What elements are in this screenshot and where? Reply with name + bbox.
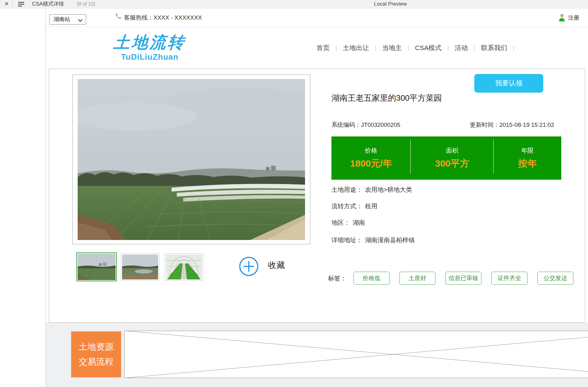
stat-price: 价格 1800元/年 xyxy=(331,136,411,180)
stat-area-label: 面积 xyxy=(446,146,458,155)
farmland-photo xyxy=(78,79,305,240)
nav-item-land-transfer[interactable]: 土地出让 xyxy=(342,44,370,52)
detail-transfer-mode-label: 流转方式： xyxy=(331,203,362,210)
artboard-title: CSA模式详情 xyxy=(32,0,64,8)
register-link[interactable]: 注册 xyxy=(568,8,579,27)
stat-price-label: 价格 xyxy=(365,146,377,155)
system-code-label: 系统编码： xyxy=(331,122,361,128)
process-title-line2: 交易流程 xyxy=(71,356,121,368)
detail-address-label: 详细地址： xyxy=(331,237,362,243)
stat-area: 面积 300平方 xyxy=(411,136,494,180)
favorite-button[interactable] xyxy=(239,256,259,277)
nav-item-csa-mode[interactable]: CSA模式 xyxy=(414,44,442,52)
chrome-divider xyxy=(12,0,13,8)
site-logo[interactable]: 土地流转 xyxy=(110,32,189,53)
detail-transfer-mode-value: 租用 xyxy=(365,203,377,210)
tag-documents-complete[interactable]: 证件齐全 xyxy=(491,272,527,285)
stats-banner: 价格 1800元/年 面积 300平方 年限 按年 xyxy=(331,136,561,180)
nav-separator: | xyxy=(408,45,409,51)
process-title-line1: 土地资源 xyxy=(71,341,121,353)
detail-address: 详细地址：湖南潼南县柏梓镇 xyxy=(331,236,415,244)
favorite-label: 收藏 xyxy=(268,260,285,271)
system-code-value: JT0032000205 xyxy=(361,122,400,128)
tags-row: 标签： 价格低 土质好 信息已审核 证件齐全 公交发达 xyxy=(328,272,573,285)
nav-item-contact[interactable]: 联系我们 xyxy=(481,44,508,52)
stat-area-value: 300平方 xyxy=(435,157,469,170)
nav-item-landlord[interactable]: 当地主 xyxy=(381,44,402,52)
nav-separator: | xyxy=(447,45,449,51)
phone-icon xyxy=(115,13,122,20)
process-section: 土地资源 交易流程 xyxy=(46,323,588,387)
stat-term-value: 按年 xyxy=(518,157,537,170)
station-select[interactable]: 湖南站 xyxy=(49,14,86,25)
detail-land-use-label: 土地用途： xyxy=(331,186,362,193)
nav-separator: | xyxy=(474,45,475,51)
thumbnail-2[interactable] xyxy=(121,253,159,281)
site-logo-pinyin: TuDiLiuZhuan xyxy=(111,52,189,62)
nav-item-activity[interactable]: 活动 xyxy=(454,44,468,52)
user-avatar-icon xyxy=(558,14,566,22)
listing-title: 湖南王老五家里的300平方菜园 xyxy=(331,93,442,104)
page-content: 湖南站 客服热线：XXXX - XXXXXXX 注册 土地流转 TuDiLiuZ… xyxy=(46,8,588,387)
preview-title-bar: ✕ CSA模式详情 (9 of 10) Local Preview xyxy=(0,0,588,8)
detail-transfer-mode: 流转方式：租用 xyxy=(331,202,377,210)
detail-region-label: 地区： xyxy=(331,219,350,226)
tag-good-transit[interactable]: 公交发达 xyxy=(537,272,573,285)
tag-good-soil[interactable]: 土质好 xyxy=(399,272,435,285)
updated-time: 更新时间：2015-08-19 15:21:02 xyxy=(470,121,554,129)
page-left-border xyxy=(45,8,46,387)
detail-land-use-value: 农用地>耕地大类 xyxy=(365,186,412,193)
nav-separator: | xyxy=(375,45,376,51)
detail-region: 地区：湖南 xyxy=(331,219,365,227)
detail-land-use: 土地用途：农用地>耕地大类 xyxy=(331,186,412,194)
utility-bar: 湖南站 客服热线：XXXX - XXXXXXX 注册 xyxy=(46,8,588,27)
nav-separator: | xyxy=(335,45,337,51)
listing-card: 收藏 我要认领 湖南王老五家里的300平方菜园 系统编码：JT003200020… xyxy=(49,69,585,323)
image-placeholder xyxy=(124,331,588,378)
detail-region-value: 湖南 xyxy=(353,219,365,226)
nav-item-home[interactable]: 首页 xyxy=(316,44,330,52)
hotline-value: XXXX - XXXXXXX xyxy=(153,14,202,21)
page-indicator: (9 of 10) xyxy=(77,0,95,8)
tags-label: 标签： xyxy=(328,274,347,283)
hotline: 客服热线：XXXX - XXXXXXX xyxy=(124,8,202,27)
thumbnail-1-selected[interactable] xyxy=(76,252,117,281)
stat-term-label: 年限 xyxy=(521,146,534,155)
stat-price-value: 1800元/年 xyxy=(350,157,392,170)
preview-mode-label: Local Preview xyxy=(374,0,407,8)
detail-address-value: 湖南潼南县柏梓镇 xyxy=(365,237,415,243)
stat-term: 年限 按年 xyxy=(494,136,561,180)
tag-low-price[interactable]: 价格低 xyxy=(353,272,390,285)
hotline-label: 客服热线： xyxy=(124,14,153,21)
thumbnail-3[interactable] xyxy=(165,253,203,281)
site-header: 土地流转 TuDiLiuZhuan 首页| 土地出让| 当地主| CSA模式| … xyxy=(46,27,588,69)
station-select-value: 湖南站 xyxy=(53,15,70,24)
tag-info-verified[interactable]: 信息已审核 xyxy=(445,272,481,285)
main-nav: 首页| 土地出让| 当地主| CSA模式| 活动| 联系我们| xyxy=(316,43,520,53)
claim-button[interactable]: 我要认领 xyxy=(474,74,543,93)
nav-separator: | xyxy=(513,45,515,51)
listing-photo xyxy=(72,75,310,244)
close-icon[interactable]: ✕ xyxy=(3,1,10,7)
chevron-down-icon xyxy=(78,17,83,24)
updated-label: 更新时间： xyxy=(470,122,499,128)
process-title-box: 土地资源 交易流程 xyxy=(71,331,121,377)
menu-icon[interactable] xyxy=(18,2,25,7)
updated-value: 2015-08-19 15:21:02 xyxy=(499,122,554,128)
listing-meta-row: 系统编码：JT0032000205 更新时间：2015-08-19 15:21:… xyxy=(331,121,554,129)
